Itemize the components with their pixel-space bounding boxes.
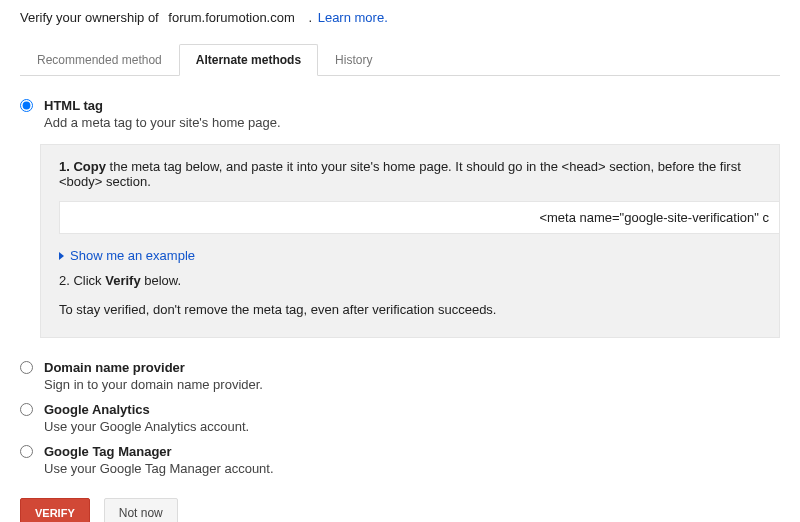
header-line: Verify your ownership of forum.forumotio… bbox=[20, 10, 780, 25]
option-google-analytics-desc: Use your Google Analytics account. bbox=[44, 419, 780, 434]
radio-domain-provider[interactable] bbox=[20, 361, 33, 374]
step2-text: 2. Click Verify below. bbox=[59, 273, 763, 288]
option-google-analytics-title: Google Analytics bbox=[44, 402, 780, 417]
step1-text: 1. Copy the meta tag below, and paste it… bbox=[59, 159, 763, 189]
tab-history[interactable]: History bbox=[318, 44, 389, 76]
step1-rest: the meta tag below, and paste it into yo… bbox=[59, 159, 741, 189]
stay-verified-text: To stay verified, don't remove the meta … bbox=[59, 302, 763, 317]
step2-verify-bold: Verify bbox=[105, 273, 140, 288]
show-example-text: Show me an example bbox=[70, 248, 195, 263]
radio-html-tag[interactable] bbox=[20, 99, 33, 112]
option-google-tag-manager-desc: Use your Google Tag Manager account. bbox=[44, 461, 780, 476]
radio-google-tag-manager[interactable] bbox=[20, 445, 33, 458]
radio-google-analytics[interactable] bbox=[20, 403, 33, 416]
option-html-tag-title: HTML tag bbox=[44, 98, 780, 113]
learn-more-link[interactable]: Learn more. bbox=[318, 10, 388, 25]
not-now-button[interactable]: Not now bbox=[104, 498, 178, 522]
option-html-tag-desc: Add a meta tag to your site's home page. bbox=[44, 115, 780, 130]
verify-ownership-text: Verify your ownership of bbox=[20, 10, 159, 25]
option-google-tag-manager: Google Tag Manager Use your Google Tag M… bbox=[20, 444, 780, 476]
option-html-tag: HTML tag Add a meta tag to your site's h… bbox=[20, 98, 780, 130]
verify-button[interactable]: VERIFY bbox=[20, 498, 90, 522]
step1-copy-bold: 1. Copy bbox=[59, 159, 106, 174]
step2-prefix: 2. Click bbox=[59, 273, 105, 288]
option-domain-provider-desc: Sign in to your domain name provider. bbox=[44, 377, 780, 392]
instructions-box: 1. Copy the meta tag below, and paste it… bbox=[40, 144, 780, 338]
triangle-right-icon bbox=[59, 252, 64, 260]
meta-tag-box[interactable]: <meta name="google-site-verification" c bbox=[59, 201, 780, 234]
show-example-link[interactable]: Show me an example bbox=[59, 248, 763, 263]
option-domain-provider-title: Domain name provider bbox=[44, 360, 780, 375]
domain-text: forum.forumotion.com bbox=[168, 10, 294, 25]
dot: . bbox=[308, 10, 312, 25]
option-domain-provider: Domain name provider Sign in to your dom… bbox=[20, 360, 780, 392]
option-google-analytics: Google Analytics Use your Google Analyti… bbox=[20, 402, 780, 434]
tab-alternate-methods[interactable]: Alternate methods bbox=[179, 44, 318, 76]
tab-recommended-method[interactable]: Recommended method bbox=[20, 44, 179, 76]
option-google-tag-manager-title: Google Tag Manager bbox=[44, 444, 780, 459]
button-row: VERIFY Not now bbox=[20, 498, 780, 522]
step2-suffix: below. bbox=[141, 273, 181, 288]
page-container: Verify your ownership of forum.forumotio… bbox=[0, 0, 800, 522]
tab-bar: Recommended method Alternate methods His… bbox=[20, 43, 780, 76]
